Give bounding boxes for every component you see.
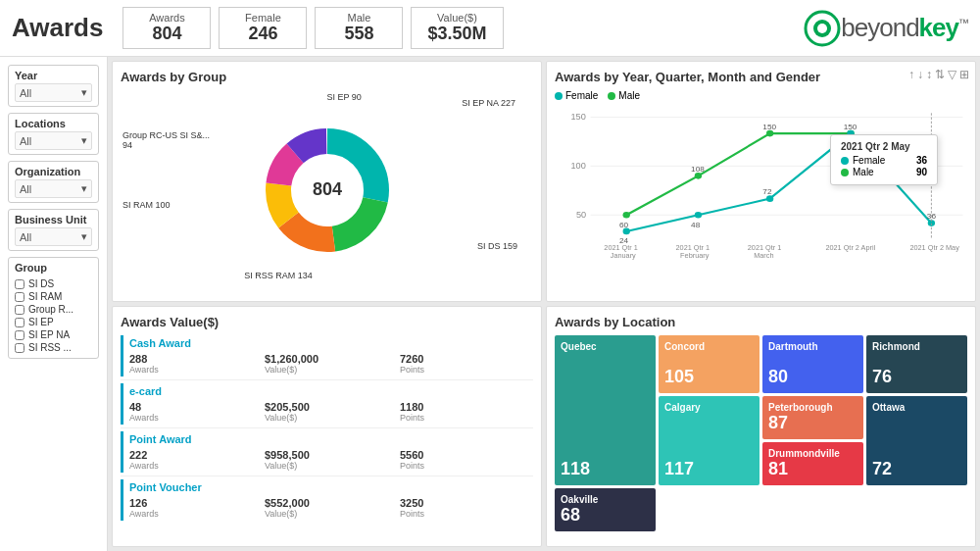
cash-award-points: 7260 Points [400, 353, 533, 375]
locations-filter-select[interactable]: All ▾ [15, 131, 92, 150]
male-stat-label: Male [331, 12, 386, 24]
donut-label-si-ds: SI DS 159 [477, 241, 517, 251]
organization-filter-value: All [20, 183, 31, 195]
cash-award-category: Cash Award 288 Awards $1,260,000 Value($… [121, 335, 533, 376]
filter-icon[interactable]: ▽ [948, 68, 956, 81]
loc-cell-dartmouth[interactable]: Dartmouth80 [762, 335, 863, 393]
awards-by-location-title: Awards by Location [555, 315, 967, 329]
male-stat: Male 558 [315, 7, 403, 49]
svg-point-17 [623, 212, 630, 219]
ecard-category: e-card 48 Awards $205,500 Value($) 1180 [121, 383, 533, 425]
loc-cell-concord[interactable]: Concord105 [659, 335, 760, 393]
ecard-points: 1180 Points [400, 401, 533, 423]
legend-female: Female [555, 90, 598, 101]
point-award-category: Point Award 222 Awards $958,500 Value($)… [121, 431, 533, 473]
svg-text:2021 Qtr 2 May: 2021 Qtr 2 May [909, 244, 959, 252]
sort-desc-icon[interactable]: ↓ [917, 68, 923, 81]
organization-filter: Organization All ▾ [8, 161, 99, 203]
loc-cell-drummondville[interactable]: Drummondville81 [762, 442, 863, 485]
svg-text:150: 150 [844, 123, 858, 131]
point-voucher-count: 126 Awards [129, 497, 263, 519]
donut-chart: 804 [220, 102, 435, 278]
tooltip-male-label: Male [853, 167, 874, 177]
point-award-points: 5560 Points [400, 449, 533, 471]
group-checkbox-si-ep[interactable]: SI EP [15, 316, 92, 328]
group-checkbox-si-ram[interactable]: SI RAM [15, 290, 92, 303]
loc-cell-quebec[interactable]: Quebec118 [555, 335, 656, 485]
ecard-value: $205,500 Value($) [265, 401, 398, 423]
svg-text:804: 804 [312, 179, 341, 199]
beyondkey-logo-icon [804, 10, 841, 47]
svg-text:72: 72 [762, 188, 771, 197]
business-unit-filter-select[interactable]: All ▾ [15, 227, 92, 246]
business-unit-filter-value: All [20, 231, 31, 243]
header: Awards Awards 804 Female 246 Male 558 Va… [0, 0, 980, 57]
chart-legend: Female Male [555, 90, 967, 101]
female-stat-value: 246 [235, 24, 290, 44]
svg-text:February: February [680, 253, 710, 260]
year-filter: Year All ▾ [8, 65, 99, 107]
locations-chevron-icon: ▾ [81, 134, 87, 147]
svg-text:2021 Qtr 1: 2021 Qtr 1 [676, 244, 710, 252]
ecard-count: 48 Awards [129, 401, 263, 423]
donut-chart-container: 804 SI EP 90 SI EP NA 227 SI DS 159 SI R… [121, 90, 533, 290]
loc-cell-calgary[interactable]: Calgary117 [659, 396, 760, 485]
donut-label-group-rc: Group RC-US SI S&...94 [122, 130, 210, 150]
point-voucher-category: Point Voucher 126 Awards $552,000 Value(… [121, 479, 533, 521]
female-stat: Female 246 [219, 7, 307, 49]
group-checkbox-si-ep-na[interactable]: SI EP NA [15, 328, 92, 341]
beyondkey-text: beyondkey™ [841, 13, 968, 43]
awards-by-group-title: Awards by Group [121, 70, 533, 84]
awards-by-location-panel: Awards by Location Quebec118Concord105Da… [546, 306, 976, 547]
awards-by-year-title: Awards by Year, Quarter, Month and Gende… [555, 70, 967, 84]
content-grid: Awards by Group [108, 57, 980, 551]
svg-text:2021 Qtr 1: 2021 Qtr 1 [604, 244, 638, 252]
tooltip-female-label: Female [853, 155, 885, 166]
point-award-name: Point Award [129, 431, 533, 447]
donut-label-si-ep: SI EP 90 [327, 92, 362, 102]
page-title: Awards [12, 13, 103, 43]
organization-filter-select[interactable]: All ▾ [15, 179, 92, 198]
male-legend-label: Male [618, 90, 640, 101]
male-stat-value: 558 [331, 24, 386, 44]
locations-filter-value: All [20, 135, 31, 147]
svg-text:50: 50 [576, 210, 586, 220]
svg-text:2021 Qtr 2 April: 2021 Qtr 2 April [825, 244, 875, 252]
male-legend-dot [608, 92, 615, 100]
value-stat: Value($) $3.50M [411, 7, 503, 49]
collapse-icon[interactable]: ⇅ [935, 68, 945, 81]
tooltip-female-row: Female 36 [841, 155, 927, 166]
year-filter-select[interactable]: All ▾ [15, 83, 92, 102]
group-checkbox-group-r[interactable]: Group R... [15, 303, 92, 316]
sidebar: Year All ▾ Locations All ▾ Organization … [0, 57, 108, 551]
ecard-name: e-card [129, 383, 533, 399]
svg-point-2 [817, 24, 827, 33]
donut-label-si-ram: SI RAM 100 [122, 200, 171, 210]
cash-award-name: Cash Award [129, 335, 533, 351]
business-unit-filter-label: Business Unit [15, 214, 92, 225]
point-voucher-points: 3250 Points [400, 497, 533, 519]
svg-text:60: 60 [619, 221, 629, 229]
sort-asc-icon[interactable]: ↑ [908, 68, 914, 81]
tooltip-male-value: 90 [916, 167, 927, 177]
awards-stat-value: 804 [139, 24, 194, 44]
tooltip-female-value: 36 [916, 155, 927, 166]
group-checkboxes: SI DS SI RAM Group R... SI EP SI EP NA S… [15, 277, 92, 354]
loc-cell-oakville[interactable]: Oakville68 [555, 488, 656, 531]
ecard-stats: 48 Awards $205,500 Value($) 1180 Points [129, 399, 533, 425]
loc-cell-peterborough[interactable]: Peterborough87 [762, 396, 863, 439]
tooltip-male-row: Male 90 [841, 167, 927, 177]
year-chevron-icon: ▾ [81, 86, 87, 99]
expand-icon[interactable]: ↕ [926, 68, 932, 81]
awards-by-group-panel: Awards by Group [112, 61, 542, 302]
group-checkbox-si-rss[interactable]: SI RSS ... [15, 341, 92, 354]
awards-value-table[interactable]: Cash Award 288 Awards $1,260,000 Value($… [121, 335, 533, 531]
female-legend-label: Female [565, 90, 598, 101]
loc-cell-ottawa[interactable]: Ottawa72 [866, 396, 967, 485]
fullscreen-icon[interactable]: ⊞ [959, 68, 969, 81]
point-voucher-value: $552,000 Value($) [265, 497, 398, 519]
group-checkbox-si-ds[interactable]: SI DS [15, 277, 92, 290]
business-unit-filter: Business Unit All ▾ [8, 209, 99, 251]
svg-point-23 [695, 212, 702, 219]
loc-cell-richmond[interactable]: Richmond76 [866, 335, 967, 393]
